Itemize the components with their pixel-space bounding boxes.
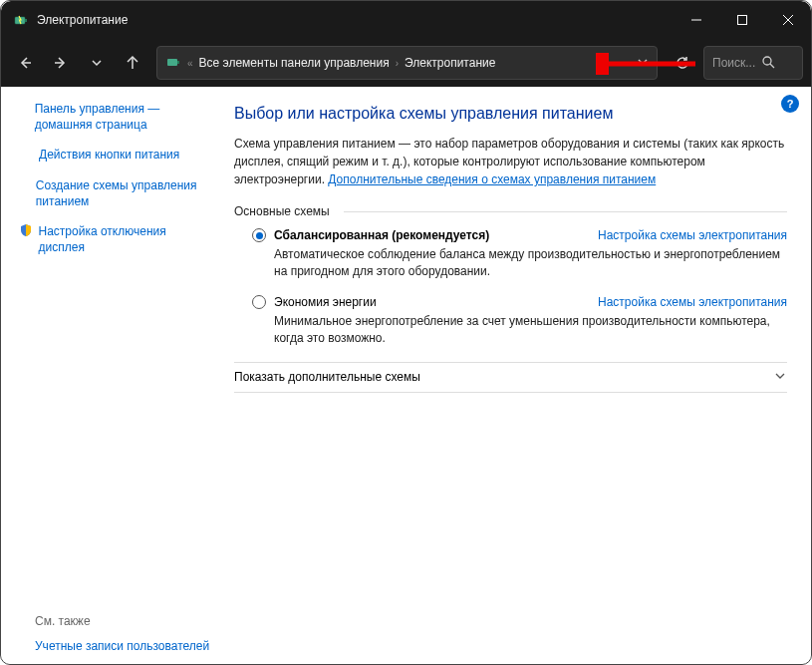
see-also-heading: См. также	[35, 614, 210, 628]
window-controls	[674, 1, 811, 39]
see-also-user-accounts-link[interactable]: Учетные записи пользователей	[35, 638, 210, 654]
close-button[interactable]	[765, 1, 811, 39]
minimize-button[interactable]	[674, 1, 719, 39]
plan-radio-saver[interactable]: Экономия энергии	[252, 295, 377, 309]
chevron-left-double-icon: «	[187, 58, 193, 69]
page-description: Схема управления питанием — это набор па…	[234, 135, 787, 188]
shield-icon	[19, 223, 35, 241]
help-button[interactable]: ?	[781, 95, 799, 113]
search-input[interactable]: Поиск...	[703, 46, 803, 80]
forward-button[interactable]	[45, 47, 77, 79]
address-bar[interactable]: « Все элементы панели управления › Элект…	[156, 46, 658, 80]
plan-name-label: Сбалансированная (рекомендуется)	[274, 228, 489, 242]
sidebar-item-label: Настройка отключения дисплея	[39, 223, 210, 255]
radio-unchecked-icon	[252, 295, 266, 309]
svg-line-14	[770, 64, 774, 68]
power-options-icon	[13, 12, 29, 28]
svg-rect-1	[25, 19, 27, 22]
window-title: Электропитание	[37, 13, 674, 27]
up-button[interactable]	[117, 47, 148, 79]
breadcrumb-item[interactable]: Все элементы панели управления	[199, 56, 390, 70]
chevron-right-icon: ›	[396, 58, 399, 69]
sidebar-link-create-plan[interactable]: Создание схемы управления питанием	[19, 177, 210, 209]
chevron-down-icon	[773, 369, 787, 386]
control-panel-home-link[interactable]: Панель управления — домашняя страница	[19, 101, 210, 133]
expander-label: Показать дополнительные схемы	[234, 370, 420, 384]
plan-name-label: Экономия энергии	[274, 295, 377, 309]
sidebar-link-power-button[interactable]: Действия кнопки питания	[19, 147, 210, 163]
svg-point-13	[763, 57, 771, 65]
page-heading: Выбор или настройка схемы управления пит…	[234, 105, 787, 123]
sidebar: Панель управления — домашняя страница Де…	[1, 87, 220, 664]
plan-description: Минимальное энергопотребление за счет ум…	[274, 313, 787, 348]
maximize-button[interactable]	[719, 1, 765, 39]
show-additional-plans-expander[interactable]: Показать дополнительные схемы	[234, 362, 787, 393]
main-panel: ? Выбор или настройка схемы управления п…	[220, 87, 811, 664]
search-placeholder: Поиск...	[712, 56, 755, 70]
radio-checked-icon	[252, 228, 266, 242]
toolbar: « Все элементы панели управления › Элект…	[1, 39, 811, 87]
svg-rect-9	[167, 59, 177, 66]
sidebar-link-display-off[interactable]: Настройка отключения дисплея	[19, 223, 210, 255]
svg-rect-10	[177, 61, 179, 64]
plan-settings-link[interactable]: Настройка схемы электропитания	[598, 228, 787, 242]
back-button[interactable]	[9, 47, 41, 79]
power-plan-balanced: Сбалансированная (рекомендуется) Настрой…	[252, 228, 787, 281]
learn-more-link[interactable]: Дополнительные сведения о схемах управле…	[328, 172, 656, 186]
svg-rect-3	[738, 16, 747, 25]
plan-description: Автоматическое соблюдение баланса между …	[274, 246, 787, 281]
search-icon	[761, 55, 794, 72]
recent-dropdown-button[interactable]	[81, 47, 113, 79]
sidebar-item-label: Панель управления — домашняя страница	[35, 101, 210, 133]
annotation-arrow-icon	[596, 53, 705, 78]
sidebar-item-label: Создание схемы управления питанием	[36, 177, 210, 209]
location-icon	[165, 54, 181, 73]
plan-radio-balanced[interactable]: Сбалансированная (рекомендуется)	[252, 228, 489, 242]
titlebar: Электропитание	[1, 1, 811, 39]
plan-settings-link[interactable]: Настройка схемы электропитания	[598, 295, 787, 309]
power-plan-saver: Экономия энергии Настройка схемы электро…	[252, 295, 787, 348]
breadcrumb-item[interactable]: Электропитание	[405, 56, 495, 70]
plans-group-label: Основные схемы	[234, 204, 787, 218]
sidebar-item-label: Действия кнопки питания	[39, 147, 179, 163]
content-area: Панель управления — домашняя страница Де…	[1, 87, 811, 664]
